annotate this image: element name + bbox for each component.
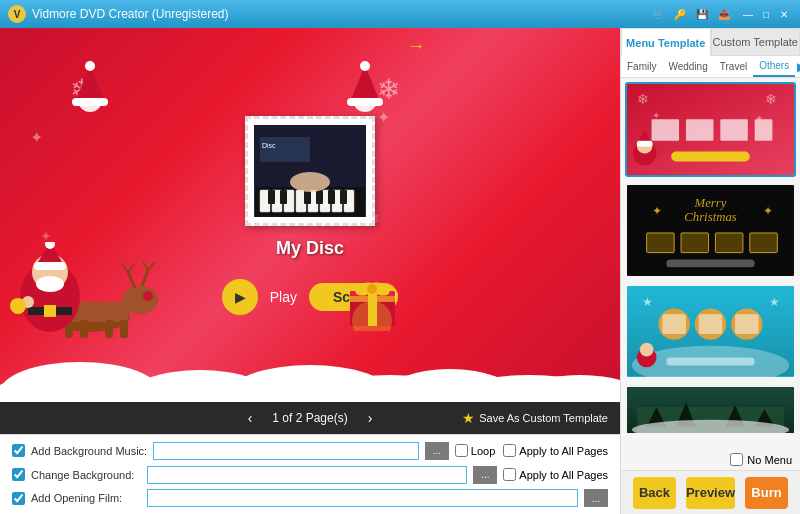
apply-all-2-label: Apply to All Pages xyxy=(519,469,608,481)
save-icon[interactable]: 💾 xyxy=(694,6,710,22)
app-logo: V xyxy=(8,5,26,23)
template-item-4[interactable] xyxy=(625,385,796,435)
opening-film-label: Add Opening Film: xyxy=(31,492,141,504)
template-tabs: Menu Template Custom Template xyxy=(621,28,800,56)
svg-text:★: ★ xyxy=(642,295,653,308)
svg-rect-21 xyxy=(280,190,287,204)
svg-rect-78 xyxy=(671,152,750,162)
svg-point-7 xyxy=(360,61,370,71)
window-controls: — □ ✕ xyxy=(740,7,792,21)
svg-rect-32 xyxy=(120,320,128,338)
change-bg-input[interactable] xyxy=(147,466,467,484)
template-item-2[interactable]: Merry Christmas ✦ ✦ xyxy=(625,183,796,278)
svg-line-40 xyxy=(148,263,154,270)
svg-rect-88 xyxy=(647,233,675,253)
bottom-options: Add Background Music: ... Loop Apply to … xyxy=(0,434,620,514)
key-icon[interactable]: 🔑 xyxy=(672,6,688,22)
svg-line-37 xyxy=(128,264,134,272)
svg-rect-44 xyxy=(44,305,56,317)
save-template-button[interactable]: ★ Save As Custom Template xyxy=(462,410,608,426)
opening-film-browse-button[interactable]: ... xyxy=(584,489,608,507)
yellow-dot-indicator xyxy=(10,298,26,314)
stamp-video: Disc xyxy=(254,125,366,217)
cart-icon[interactable]: 🛒 xyxy=(650,6,666,22)
share-icon[interactable]: 📤 xyxy=(716,6,732,22)
svg-rect-24 xyxy=(328,190,335,204)
cat-family[interactable]: Family xyxy=(621,57,662,76)
no-menu-row: No Menu xyxy=(621,449,800,470)
close-button[interactable]: ✕ xyxy=(776,7,792,21)
santa-hat-right xyxy=(335,60,395,118)
apply-all-2-checkbox[interactable] xyxy=(503,468,516,481)
app-title: Vidmore DVD Creator (Unregistered) xyxy=(32,7,650,21)
svg-rect-9 xyxy=(260,137,310,162)
tab-menu-template[interactable]: Menu Template xyxy=(621,28,711,56)
loop-option: Loop xyxy=(455,444,495,457)
svg-text:✦: ✦ xyxy=(652,204,662,217)
svg-rect-6 xyxy=(347,98,383,106)
stamp-frame: Disc xyxy=(245,116,375,226)
svg-rect-2 xyxy=(72,98,108,106)
bg-music-browse-button[interactable]: ... xyxy=(425,442,449,460)
svg-rect-20 xyxy=(268,190,275,204)
cat-wedding[interactable]: Wedding xyxy=(662,57,713,76)
no-menu-checkbox[interactable] xyxy=(730,453,743,466)
category-bar: Family Wedding Travel Others ▶ xyxy=(621,56,800,78)
play-button[interactable] xyxy=(222,279,258,315)
change-bg-extras: Apply to All Pages xyxy=(503,468,608,481)
toolbar-icons: 🛒 🔑 💾 📤 xyxy=(650,6,732,22)
svg-text:Merry: Merry xyxy=(694,196,727,210)
template-item-1[interactable]: ❄ ❄ ✦ ✦ xyxy=(625,82,796,177)
bg-music-extras: Loop Apply to All Pages xyxy=(455,444,608,457)
tab-custom-template[interactable]: Custom Template xyxy=(711,28,801,56)
action-bar: Back Preview Burn xyxy=(621,470,800,514)
main-layout: → ❄ ❄ ✦ ✦ ✦ ❄ ✦ ✦ xyxy=(0,28,800,514)
play-label: Play xyxy=(270,289,297,305)
prev-page-button[interactable]: ‹ xyxy=(240,406,261,430)
svg-rect-31 xyxy=(105,320,113,338)
next-page-button[interactable]: › xyxy=(360,406,381,430)
svg-text:★: ★ xyxy=(769,295,780,308)
minimize-button[interactable]: — xyxy=(740,7,756,21)
opening-film-input[interactable] xyxy=(147,489,578,507)
apply-all-1-checkbox[interactable] xyxy=(503,444,516,457)
bg-music-checkbox[interactable] xyxy=(12,444,25,457)
change-bg-browse-button[interactable]: ... xyxy=(473,466,497,484)
cat-others[interactable]: Others xyxy=(753,56,795,77)
change-bg-checkbox[interactable] xyxy=(12,468,25,481)
svg-rect-90 xyxy=(715,233,743,253)
apply-all-2: Apply to All Pages xyxy=(503,468,608,481)
svg-point-34 xyxy=(143,291,153,301)
cat-scroll-right[interactable]: ▶ xyxy=(795,58,800,76)
svg-rect-77 xyxy=(755,119,773,141)
change-bg-row: Change Background: ... Apply to All Page… xyxy=(12,465,608,485)
maximize-button[interactable]: □ xyxy=(758,7,774,21)
svg-rect-74 xyxy=(652,119,680,141)
title-bar: V Vidmore DVD Creator (Unregistered) 🛒 🔑… xyxy=(0,0,800,28)
svg-line-39 xyxy=(143,262,148,270)
svg-text:Christmas: Christmas xyxy=(684,210,737,224)
opening-film-checkbox[interactable] xyxy=(12,492,25,505)
loop-checkbox[interactable] xyxy=(455,444,468,457)
preview-panel: → ❄ ❄ ✦ ✦ ✦ ❄ ✦ ✦ xyxy=(0,28,620,514)
change-bg-label: Change Background: xyxy=(31,469,141,481)
svg-point-3 xyxy=(85,61,95,71)
bg-music-input[interactable] xyxy=(153,442,419,460)
loop-label: Loop xyxy=(471,445,495,457)
burn-button[interactable]: Burn xyxy=(745,477,788,509)
template-item-3[interactable]: ★ ★ xyxy=(625,284,796,379)
template-list: ❄ ❄ ✦ ✦ xyxy=(621,78,800,449)
svg-rect-25 xyxy=(340,190,347,204)
svg-rect-76 xyxy=(720,119,748,141)
cat-travel[interactable]: Travel xyxy=(714,57,753,76)
back-button[interactable]: Back xyxy=(633,477,676,509)
svg-rect-46 xyxy=(34,262,66,270)
save-template-label: Save As Custom Template xyxy=(479,412,608,424)
star-icon: ★ xyxy=(462,410,475,426)
bg-music-row: Add Background Music: ... Loop Apply to … xyxy=(12,441,608,461)
disc-title: My Disc xyxy=(276,238,344,259)
svg-point-105 xyxy=(640,343,654,357)
preview-button[interactable]: Preview xyxy=(686,477,735,509)
svg-text:✦: ✦ xyxy=(763,204,773,217)
svg-point-33 xyxy=(122,286,158,314)
